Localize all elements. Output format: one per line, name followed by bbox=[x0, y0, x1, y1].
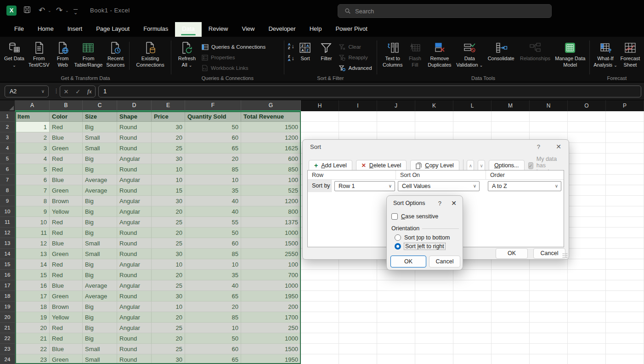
cell-G20[interactable]: 1700 bbox=[241, 312, 301, 323]
cell-O19[interactable] bbox=[568, 301, 606, 312]
cell-F8[interactable]: 35 bbox=[185, 185, 241, 196]
insert-function-icon[interactable]: fx bbox=[87, 88, 91, 95]
cell-J19[interactable] bbox=[377, 301, 415, 312]
cell-M24[interactable] bbox=[491, 354, 530, 364]
cell-G7[interactable]: 100 bbox=[241, 175, 301, 185]
cell-B10[interactable]: Yellow bbox=[50, 206, 83, 217]
cancel-entry-icon[interactable]: ✕ bbox=[63, 88, 68, 95]
cell-F5[interactable]: 20 bbox=[185, 154, 241, 164]
cell-E4[interactable]: 25 bbox=[152, 143, 185, 154]
cell-B24[interactable]: Green bbox=[50, 354, 83, 364]
cell-A18[interactable]: 17 bbox=[15, 291, 50, 301]
sort-order-select[interactable]: A to Z ∨ bbox=[488, 181, 561, 191]
column-header-G[interactable]: G bbox=[241, 100, 301, 111]
cell-C23[interactable]: Small bbox=[83, 344, 117, 354]
move-up-button[interactable]: ∧ bbox=[467, 160, 474, 171]
cell-F23[interactable]: 60 bbox=[185, 344, 241, 354]
cell-C21[interactable]: Big bbox=[83, 323, 117, 333]
cell-G24[interactable]: 1950 bbox=[241, 354, 301, 364]
cell-E18[interactable]: 30 bbox=[152, 291, 185, 301]
cell-L2[interactable] bbox=[453, 122, 491, 132]
sort-dialog-close-icon[interactable]: ✕ bbox=[556, 143, 561, 150]
cell-A8[interactable]: 7 bbox=[15, 185, 50, 196]
column-header-I[interactable]: I bbox=[339, 100, 377, 111]
formula-input[interactable]: 1 bbox=[98, 85, 641, 97]
cell-B19[interactable]: Brown bbox=[50, 301, 83, 312]
row-header-15[interactable]: 15 bbox=[0, 259, 15, 270]
cell-B8[interactable]: Green bbox=[50, 185, 83, 196]
cell-B13[interactable]: Blue bbox=[50, 238, 83, 249]
row-header-1[interactable]: 1 bbox=[0, 111, 15, 122]
cell-M1[interactable] bbox=[491, 111, 530, 122]
cell-G23[interactable]: 1500 bbox=[241, 344, 301, 354]
sort-top-to-bottom-radio[interactable]: Sort top to bottom bbox=[395, 234, 450, 241]
customize-quick-access-icon[interactable]: ⌄ bbox=[73, 7, 78, 17]
cell-E22[interactable]: 20 bbox=[152, 333, 185, 344]
from-web-button[interactable]: From Web bbox=[52, 39, 73, 69]
cell-F18[interactable]: 65 bbox=[185, 291, 241, 301]
cell-O15[interactable] bbox=[568, 259, 606, 270]
row-header-9[interactable]: 9 bbox=[0, 196, 15, 206]
menu-file[interactable]: File bbox=[7, 22, 31, 37]
cell-C6[interactable]: Big bbox=[83, 164, 117, 175]
cell-P21[interactable] bbox=[606, 323, 644, 333]
cell-A24[interactable]: 23 bbox=[15, 354, 50, 364]
filter-button[interactable]: Filter bbox=[315, 39, 337, 63]
cell-E1[interactable]: Price bbox=[152, 111, 185, 122]
sort-options-help-icon[interactable]: ? bbox=[438, 200, 441, 207]
cell-E6[interactable]: 10 bbox=[152, 164, 185, 175]
cell-A19[interactable]: 18 bbox=[15, 301, 50, 312]
reapply-filter-button[interactable]: Reapply bbox=[337, 53, 373, 62]
cell-F24[interactable]: 65 bbox=[185, 354, 241, 364]
cell-A10[interactable]: 9 bbox=[15, 206, 50, 217]
undo-icon[interactable]: ↶ bbox=[39, 6, 45, 16]
cell-A4[interactable]: 3 bbox=[15, 143, 50, 154]
sort-ok-button[interactable]: OK bbox=[496, 248, 528, 259]
cell-L24[interactable] bbox=[453, 354, 491, 364]
cell-E16[interactable]: 20 bbox=[152, 270, 185, 280]
cell-G18[interactable]: 1950 bbox=[241, 291, 301, 301]
row-header-19[interactable]: 19 bbox=[0, 301, 15, 312]
cell-F4[interactable]: 65 bbox=[185, 143, 241, 154]
cell-J17[interactable] bbox=[377, 280, 415, 291]
cell-B1[interactable]: Color bbox=[50, 111, 83, 122]
cell-M21[interactable] bbox=[491, 323, 530, 333]
menu-help[interactable]: Help bbox=[303, 22, 329, 37]
cell-P14[interactable] bbox=[606, 249, 644, 259]
cell-D9[interactable]: Angular bbox=[117, 196, 152, 206]
cell-O16[interactable] bbox=[568, 270, 606, 280]
cell-M19[interactable] bbox=[491, 301, 530, 312]
cell-J2[interactable] bbox=[377, 122, 415, 132]
cell-J1[interactable] bbox=[377, 111, 415, 122]
cell-P22[interactable] bbox=[606, 333, 644, 344]
cell-F6[interactable]: 85 bbox=[185, 164, 241, 175]
cell-A2[interactable]: 1 bbox=[15, 122, 50, 132]
cell-D5[interactable]: Angular bbox=[117, 154, 152, 164]
cell-D12[interactable]: Round bbox=[117, 228, 152, 238]
cell-H23[interactable] bbox=[301, 344, 339, 354]
cell-E5[interactable]: 30 bbox=[152, 154, 185, 164]
cell-H1[interactable] bbox=[301, 111, 339, 122]
save-icon[interactable] bbox=[23, 6, 31, 14]
relationships-button[interactable]: Relationships bbox=[517, 39, 553, 63]
cell-K22[interactable] bbox=[415, 333, 453, 344]
column-header-F[interactable]: F bbox=[185, 100, 241, 111]
column-header-D[interactable]: D bbox=[117, 100, 152, 111]
cell-A22[interactable]: 21 bbox=[15, 333, 50, 344]
cell-G11[interactable]: 1375 bbox=[241, 217, 301, 228]
cell-N23[interactable] bbox=[530, 344, 568, 354]
cell-K2[interactable] bbox=[415, 122, 453, 132]
cell-O4[interactable] bbox=[568, 143, 606, 154]
cell-P11[interactable] bbox=[606, 217, 644, 228]
cell-J23[interactable] bbox=[377, 344, 415, 354]
cell-I16[interactable] bbox=[339, 270, 377, 280]
cell-E3[interactable]: 20 bbox=[152, 132, 185, 143]
cell-B17[interactable]: Blue bbox=[50, 280, 83, 291]
cell-P7[interactable] bbox=[606, 175, 644, 185]
cell-A11[interactable]: 10 bbox=[15, 217, 50, 228]
sort-dialog-help-icon[interactable]: ? bbox=[537, 143, 540, 150]
cell-P17[interactable] bbox=[606, 280, 644, 291]
cell-O10[interactable] bbox=[568, 206, 606, 217]
cell-C18[interactable]: Average bbox=[83, 291, 117, 301]
cell-A16[interactable]: 15 bbox=[15, 270, 50, 280]
